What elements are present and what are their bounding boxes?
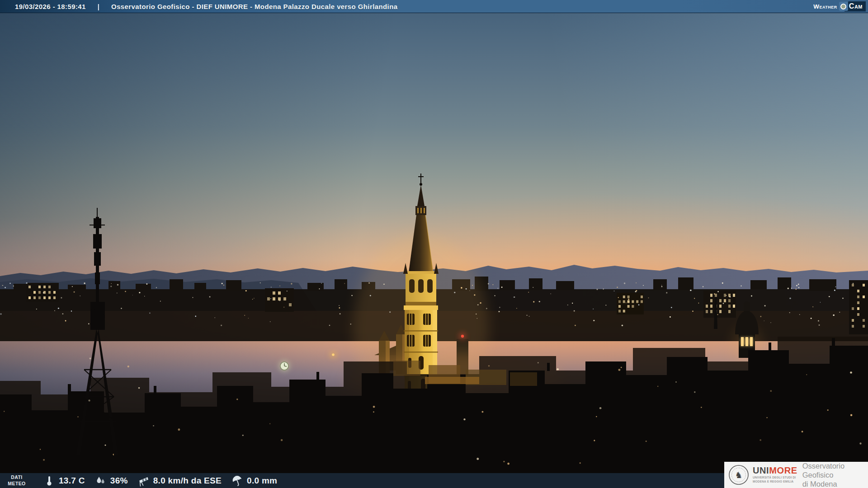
separator: |	[98, 3, 99, 10]
humidity-icon	[95, 475, 107, 487]
street-light	[330, 352, 336, 358]
header-bar: 19/03/2026 - 18:59:41 | Osservatorio Geo…	[0, 0, 868, 13]
unimore-credit-box: ♞ UNIMORE UNIVERSITÀ DEGLI STUDI DI MODE…	[724, 462, 868, 488]
umbrella-icon	[231, 475, 243, 487]
thermometer-icon	[43, 475, 55, 487]
temperature-reading: 13.7 C	[43, 475, 85, 487]
camera-lens-icon	[839, 2, 848, 11]
observatory-name: Osservatorio Geofisico di Modena	[802, 461, 868, 488]
weathercam-logo: Weather Cam	[813, 0, 866, 12]
webcam-image	[0, 13, 868, 488]
webcam-title: Osservatorio Geofisico - DIEF UNIMORE - …	[111, 3, 397, 10]
unimore-seal-icon: ♞	[728, 465, 749, 485]
webcam-viewer: 19/03/2026 - 18:59:41 | Osservatorio Geo…	[0, 0, 868, 488]
clock-face	[279, 361, 290, 371]
wind-reading: 8.0 km/h da ESE	[138, 475, 222, 487]
timestamp: 19/03/2026 - 18:59:41	[15, 3, 86, 10]
weathercam-logo-text-weather: Weather	[813, 3, 837, 10]
cityscape-illustration	[0, 13, 868, 488]
svg-text:♞: ♞	[735, 470, 742, 480]
weather-bar-label: DATI METEO	[0, 474, 33, 486]
windsock-icon	[138, 475, 150, 487]
unimore-wordmark: UNIMORE UNIVERSITÀ DEGLI STUDI DI MODENA…	[753, 466, 797, 483]
rain-reading: 0.0 mm	[231, 475, 277, 487]
humidity-reading: 36%	[95, 475, 128, 487]
